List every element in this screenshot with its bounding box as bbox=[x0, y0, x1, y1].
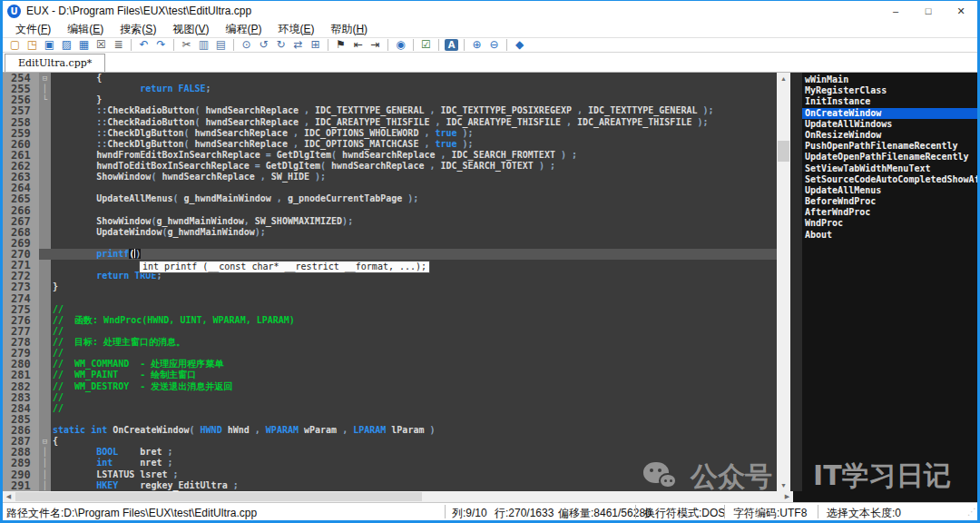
bookmark-icon[interactable]: ⚑ bbox=[332, 38, 349, 53]
minimize-button[interactable]: – bbox=[879, 1, 912, 21]
save-all-icon[interactable]: ▦ bbox=[75, 38, 93, 53]
code-line-257[interactable]: 257 ::CheckRadioButton( hwndSearchReplac… bbox=[3, 105, 777, 116]
function-list-item-UpdateAllMenus[interactable]: UpdateAllMenus bbox=[802, 185, 977, 196]
horizontal-scroll-thumb[interactable] bbox=[15, 492, 422, 501]
function-list-item-UpdateAllWindows[interactable]: UpdateAllWindows bbox=[802, 119, 977, 130]
code-line-286[interactable]: 286static int OnCreateWindow( HWND hWnd … bbox=[3, 425, 777, 436]
code-line-266[interactable]: 266 bbox=[3, 205, 777, 216]
code-line-276[interactable]: 276// 函数: WndProc(HWND, UINT, WPARAM, LP… bbox=[3, 315, 777, 326]
function-list-item-SetSourceCodeAutoCompletedShowAf[interactable]: SetSourceCodeAutoCompletedShowAf bbox=[802, 174, 977, 185]
code-line-261[interactable]: 261 hwndFromEditBoxInSearchReplace = Get… bbox=[3, 150, 777, 161]
scroll-up-arrow-icon[interactable]: ▲ bbox=[777, 73, 790, 84]
code-line-260[interactable]: 260 ::CheckDlgButton( hwndSearchReplace … bbox=[3, 139, 777, 150]
code-line-291[interactable]: 291│ HKEY regkey_EditUltra ; bbox=[3, 480, 777, 491]
about-icon[interactable]: ◆ bbox=[511, 38, 528, 53]
paste-icon[interactable]: ▤ bbox=[212, 38, 230, 53]
open-file-icon[interactable]: ◳ bbox=[24, 38, 41, 53]
editor-horizontal-scrollbar[interactable]: ◀ ▶ bbox=[3, 491, 793, 502]
code-line-254[interactable]: 254⊟ { bbox=[3, 73, 777, 84]
menu-item-0[interactable]: 文件(F) bbox=[8, 21, 58, 38]
fold-toggle-icon[interactable]: ⊟ bbox=[39, 73, 51, 84]
code-line-273[interactable]: 273} bbox=[3, 281, 777, 292]
function-list-item-BeforeWndProc[interactable]: BeforeWndProc bbox=[802, 196, 977, 207]
code-line-268[interactable]: 268 UpdateWindow(g_hwndMainWindow); bbox=[3, 227, 777, 238]
code-line-264[interactable]: 264 bbox=[3, 183, 777, 193]
menu-item-4[interactable]: 编程(P) bbox=[218, 21, 269, 38]
find-icon[interactable]: ⊙ bbox=[238, 38, 255, 53]
save-icon[interactable]: ▣ bbox=[41, 38, 58, 53]
code-line-290[interactable]: 290│ LSTATUS lsret ; bbox=[3, 469, 777, 480]
redo-icon[interactable]: ↷ bbox=[152, 38, 170, 53]
code-line-278[interactable]: 278// 目标: 处理主窗口的消息。 bbox=[3, 337, 777, 348]
scroll-left-arrow-icon[interactable]: ◀ bbox=[3, 491, 15, 502]
bookmark-prev-icon[interactable]: ⇤ bbox=[349, 38, 367, 53]
function-list-item-InitInstance[interactable]: InitInstance bbox=[802, 96, 977, 107]
code-line-288[interactable]: 288│ BOOL bret ; bbox=[3, 447, 777, 458]
menu-item-2[interactable]: 搜索(S) bbox=[113, 21, 163, 38]
code-line-256[interactable]: 256└ } bbox=[3, 94, 777, 105]
code-line-287[interactable]: 287⊟{ bbox=[3, 436, 777, 447]
code-line-267[interactable]: 267 ShowWindow(g_hwndMainWindow, SW_SHOW… bbox=[3, 216, 777, 227]
maximize-button[interactable]: □ bbox=[912, 1, 945, 21]
code-line-281[interactable]: 281// WM_PAINT - 绘制主窗口 bbox=[3, 370, 777, 380]
close-file-icon[interactable]: ☒ bbox=[93, 38, 110, 53]
scroll-down-arrow-icon[interactable]: ▼ bbox=[777, 479, 790, 491]
replace-icon[interactable]: ⇄ bbox=[289, 38, 307, 53]
function-list-item-OnResizeWindow[interactable]: OnResizeWindow bbox=[802, 130, 977, 141]
find-next-icon[interactable]: ↻ bbox=[272, 38, 289, 53]
menu-item-3[interactable]: 视图(V) bbox=[165, 21, 216, 38]
syntax-color-icon[interactable]: A bbox=[445, 39, 458, 51]
replace-in-files-icon[interactable]: ⊞ bbox=[307, 38, 324, 53]
code-line-263[interactable]: 263 ShowWindow( hwndSearchReplace , SW_H… bbox=[3, 172, 777, 183]
code-line-284[interactable]: 284// bbox=[3, 403, 777, 414]
code-line-277[interactable]: 277// bbox=[3, 326, 777, 337]
code-line-275[interactable]: 275// bbox=[3, 304, 777, 315]
bookmark-next-icon[interactable]: ⇥ bbox=[367, 38, 384, 53]
zoom-out-icon[interactable]: ⊖ bbox=[485, 38, 503, 53]
code-line-274[interactable]: 274 bbox=[3, 293, 777, 304]
undo-icon[interactable]: ↶ bbox=[135, 38, 152, 53]
menu-item-6[interactable]: 帮助(H) bbox=[323, 21, 375, 38]
code-line-262[interactable]: 262 hwndToEditBoxInSearchReplace = GetDl… bbox=[3, 161, 777, 172]
code-line-279[interactable]: 279// bbox=[3, 348, 777, 359]
fold-toggle-icon[interactable]: ⊟ bbox=[39, 436, 51, 447]
scroll-right-arrow-icon[interactable]: ▶ bbox=[781, 491, 793, 502]
zoom-in-icon[interactable]: ⊕ bbox=[468, 38, 485, 53]
function-list-item-UpdateOpenPathFilenameRecently[interactable]: UpdateOpenPathFilenameRecently bbox=[802, 152, 977, 163]
code-line-258[interactable]: 258 ::CheckRadioButton( hwndSearchReplac… bbox=[3, 117, 777, 128]
code-line-265[interactable]: 265 UpdateAllMenus( g_hwndMainWindow , g… bbox=[3, 193, 777, 204]
copy-icon[interactable]: ▥ bbox=[195, 38, 212, 53]
function-list-item-About[interactable]: About bbox=[802, 230, 977, 241]
cut-icon[interactable]: ✂ bbox=[178, 38, 195, 53]
function-list-item-SetViewTabWidthMenuText[interactable]: SetViewTabWidthMenuText bbox=[802, 163, 977, 174]
code-line-289[interactable]: 289│ int nret ; bbox=[3, 458, 777, 469]
function-list-item-PushOpenPathFilenameRecently[interactable]: PushOpenPathFilenameRecently bbox=[802, 141, 977, 152]
code-line-283[interactable]: 283// bbox=[3, 392, 777, 403]
code-line-255[interactable]: 255│ return FALSE; bbox=[3, 84, 777, 94]
vertical-scroll-thumb[interactable] bbox=[778, 141, 789, 162]
code-line-270[interactable]: 270 printf() bbox=[3, 249, 777, 260]
tab-0[interactable]: EditUltra.cpp* bbox=[5, 54, 105, 72]
code-line-259[interactable]: 259 ::CheckDlgButton( hwndSearchReplace … bbox=[3, 128, 777, 139]
code-line-280[interactable]: 280// WM_COMMAND - 处理应用程序菜单 bbox=[3, 359, 777, 370]
menu-item-5[interactable]: 环境(E) bbox=[270, 21, 321, 38]
function-list-item-wWinMain[interactable]: wWinMain bbox=[802, 74, 977, 85]
code-line-285[interactable]: 285 bbox=[3, 414, 777, 425]
code-editor[interactable]: int printf (__const char* __restrict __f… bbox=[3, 73, 777, 491]
menu-item-1[interactable]: 编辑(E) bbox=[60, 21, 111, 38]
file-list-icon[interactable]: ≣ bbox=[110, 38, 127, 53]
new-file-icon[interactable]: ▢ bbox=[6, 38, 24, 53]
code-line-282[interactable]: 282// WM_DESTROY - 发送退出消息并返回 bbox=[3, 381, 777, 392]
function-list-item-AfterWndProc[interactable]: AfterWndProc bbox=[802, 207, 977, 218]
resize-grip[interactable]: ⋰ bbox=[967, 507, 976, 517]
save-as-icon[interactable]: ▨ bbox=[58, 38, 75, 53]
function-list-item-MyRegisterClass[interactable]: MyRegisterClass bbox=[802, 85, 977, 96]
code-line-269[interactable]: 269 bbox=[3, 238, 777, 249]
function-list-item-WndProc[interactable]: WndProc bbox=[802, 218, 977, 229]
navigate-back-icon[interactable]: ◉ bbox=[392, 38, 409, 53]
todo-list-icon[interactable]: ☑ bbox=[417, 38, 435, 53]
close-button[interactable]: ✕ bbox=[945, 1, 977, 21]
editor-vertical-scrollbar[interactable]: ▲ ▼ bbox=[777, 73, 790, 491]
find-prev-icon[interactable]: ↺ bbox=[255, 38, 272, 53]
function-list-item-OnCreateWindow[interactable]: OnCreateWindow bbox=[802, 108, 977, 119]
